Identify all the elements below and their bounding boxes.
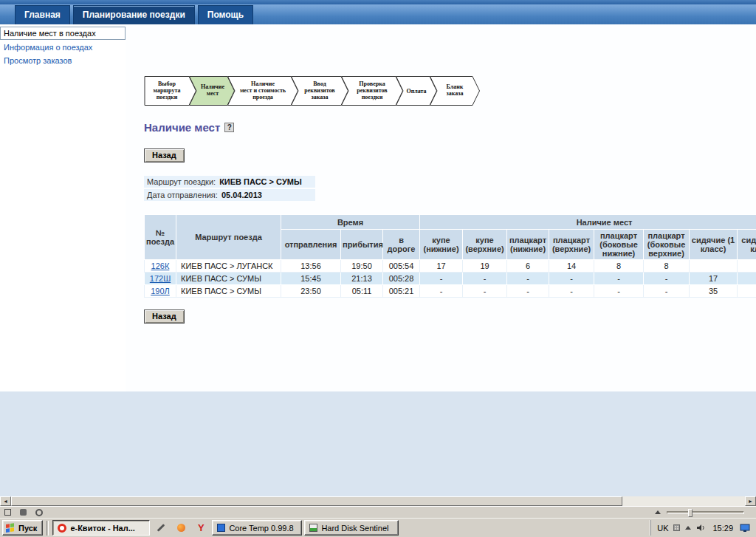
zoom-menu-icon[interactable] bbox=[655, 510, 661, 514]
tab-trip-planning[interactable]: Планирование поездки bbox=[73, 5, 195, 24]
statusbar-circle-icon[interactable] bbox=[35, 509, 43, 516]
zoom-control bbox=[655, 510, 744, 514]
panel-toggle-icon[interactable] bbox=[4, 509, 11, 516]
browser-statusbar bbox=[0, 506, 756, 518]
scrollbar-thumb[interactable] bbox=[11, 496, 622, 506]
help-icon[interactable]: ? bbox=[224, 123, 234, 132]
train-link[interactable]: 172Ш bbox=[150, 274, 171, 283]
seat-cell: - bbox=[549, 273, 594, 285]
col-header-seated-2class: сидячие (2 класс) bbox=[738, 230, 756, 260]
seat-cell: - bbox=[644, 285, 690, 298]
col-header-seated-1class: сидячие (1 класс) bbox=[690, 230, 738, 260]
col-group-seats: Наличие мест bbox=[420, 215, 756, 230]
seat-cell: - bbox=[594, 273, 644, 285]
date-label: Дата отправления: bbox=[147, 191, 218, 199]
col-header-platzkart-lower: плацкарт (нижние) bbox=[507, 230, 549, 260]
scrollbar-track[interactable] bbox=[622, 496, 745, 506]
scroll-left-arrow-icon[interactable]: ◄ bbox=[0, 496, 11, 506]
route-cell: КИЕВ ПАСС > ЛУГАНСК bbox=[176, 260, 281, 273]
pencil-icon bbox=[157, 524, 165, 532]
step-seat-availability-active: Наличиемест bbox=[190, 77, 235, 106]
main-content: Выбормаршрутапоездки Наличиемест Наличие… bbox=[126, 24, 756, 391]
seat-cell bbox=[738, 260, 756, 273]
start-button[interactable]: Пуск bbox=[2, 520, 43, 536]
orange-app-icon bbox=[177, 524, 185, 532]
browser-window: Главная Планирование поездки Помощь Нали… bbox=[0, 0, 756, 537]
route-cell: КИЕВ ПАСС > СУМЫ bbox=[176, 273, 281, 285]
language-indicator[interactable]: UK bbox=[657, 524, 668, 533]
tray-grid-icon[interactable] bbox=[673, 524, 680, 531]
page-title-text: Наличие мест bbox=[144, 121, 220, 134]
tab-help[interactable]: Помощь bbox=[198, 5, 253, 24]
zoom-slider[interactable] bbox=[667, 511, 744, 514]
col-header-coupe-lower: купе (нижние) bbox=[420, 230, 463, 260]
seat-cell: - bbox=[463, 285, 507, 298]
taskbar-button-hdsentinel[interactable]: Hard Disk Sentinel bbox=[304, 520, 399, 536]
taskbar-icon-orange[interactable] bbox=[172, 520, 190, 536]
speaker-icon[interactable] bbox=[696, 524, 706, 532]
taskbar-button-coretemp[interactable]: Core Temp 0.99.8 bbox=[212, 520, 302, 536]
step-order-details: Вводреквизитовзаказа bbox=[292, 77, 348, 106]
trip-summary: Маршрут поездки: КИЕВ ПАСС > СУМЫ Дата о… bbox=[144, 176, 315, 201]
seat-cell: - bbox=[594, 285, 644, 298]
seat-cell: 14 bbox=[549, 260, 594, 273]
col-header-coupe-upper: купе (верхние) bbox=[463, 230, 507, 260]
train-link[interactable]: 190Л bbox=[151, 287, 170, 295]
sidebar-item-seat-availability[interactable]: Наличие мест в поездах bbox=[0, 27, 126, 40]
page-title: Наличие мест ? bbox=[144, 121, 756, 134]
sidebar: Наличие мест в поездах Информация о поез… bbox=[0, 24, 126, 391]
yahoo-icon: Y bbox=[198, 523, 205, 533]
table-row: 172Ш КИЕВ ПАСС > СУМЫ 15:45 21:13 005:28… bbox=[145, 273, 756, 285]
seat-cell: 35 bbox=[690, 285, 738, 298]
departure-cell: 13:56 bbox=[281, 260, 341, 273]
back-button-bottom[interactable]: Назад bbox=[144, 309, 185, 324]
route-row: Маршрут поездки: КИЕВ ПАСС > СУМЫ bbox=[144, 176, 315, 188]
date-row: Дата отправления: 05.04.2013 bbox=[144, 189, 315, 201]
taskbar-divider bbox=[47, 521, 49, 536]
taskbar-button-opera[interactable]: е-Квиток - Нал... bbox=[52, 520, 150, 536]
step-verify-details: Проверкареквизитовпоездки bbox=[342, 77, 403, 106]
tab-main[interactable]: Главная bbox=[15, 5, 70, 24]
seat-cell: - bbox=[420, 273, 463, 285]
taskbar-icon-pencil[interactable] bbox=[152, 520, 170, 536]
sidebar-item-train-info[interactable]: Информация о поездах bbox=[0, 40, 126, 53]
route-label: Маршрут поездки: bbox=[147, 177, 216, 186]
tray-clock: 15:29 bbox=[711, 524, 735, 533]
seat-cell: 19 bbox=[463, 260, 507, 273]
step-seats-and-fare: Наличиемест и стоимостьпроезда bbox=[228, 77, 298, 106]
col-header-platzkart-side-lower: плацкарт (боковые нижние) bbox=[594, 230, 644, 260]
train-link[interactable]: 126К bbox=[151, 261, 170, 270]
taskbar-icon-yahoo[interactable]: Y bbox=[192, 520, 210, 536]
scroll-right-arrow-icon[interactable]: ► bbox=[745, 496, 756, 506]
taskbar-button-label: Hard Disk Sentinel bbox=[321, 524, 388, 533]
seat-cell: - bbox=[507, 285, 549, 298]
tray-display-icon[interactable] bbox=[740, 524, 751, 533]
seat-cell: 17 bbox=[690, 273, 738, 285]
taskbar-button-label: е-Квиток - Нал... bbox=[70, 524, 134, 533]
taskbar-button-label: Core Temp 0.99.8 bbox=[229, 524, 293, 533]
sidebar-item-view-orders[interactable]: Просмотр заказов bbox=[0, 53, 126, 66]
back-button-top[interactable]: Назад bbox=[144, 148, 185, 163]
svg-text:Бланкзаказа: Бланкзаказа bbox=[447, 83, 464, 97]
horizontal-scrollbar[interactable]: ◄ ► bbox=[0, 496, 756, 506]
site-tabbar: Главная Планирование поездки Помощь bbox=[0, 4, 756, 24]
seat-cell: 8 bbox=[594, 260, 644, 273]
progress-steps: Выбормаршрутапоездки Наличиемест Наличие… bbox=[144, 76, 756, 106]
taskbar: Пуск е-Квиток - Нал... Y Core Temp 0.99.… bbox=[0, 518, 756, 537]
zoom-slider-thumb[interactable] bbox=[688, 509, 693, 517]
seat-cell: - bbox=[420, 285, 463, 298]
route-cell: КИЕВ ПАСС > СУМЫ bbox=[176, 285, 281, 298]
coretemp-icon bbox=[217, 524, 225, 532]
opera-icon bbox=[58, 524, 66, 533]
train-number-cell: 126К bbox=[145, 260, 176, 273]
statusbar-tool-icon[interactable] bbox=[20, 509, 27, 516]
tray-up-arrow-icon[interactable] bbox=[685, 526, 691, 530]
progress-steps-svg: Выбормаршрутапоездки Наличиемест Наличие… bbox=[144, 76, 481, 106]
seat-cell: - bbox=[463, 273, 507, 285]
seat-cell: 58 bbox=[738, 285, 756, 298]
departure-cell: 23:50 bbox=[281, 285, 341, 298]
col-header-platzkart-side-upper: плацкарт (боковые верхние) bbox=[644, 230, 690, 260]
arrival-cell: 05:11 bbox=[341, 285, 383, 298]
col-group-time: Время bbox=[281, 215, 420, 230]
col-header-platzkart-upper: плацкарт (верхние) bbox=[549, 230, 594, 260]
